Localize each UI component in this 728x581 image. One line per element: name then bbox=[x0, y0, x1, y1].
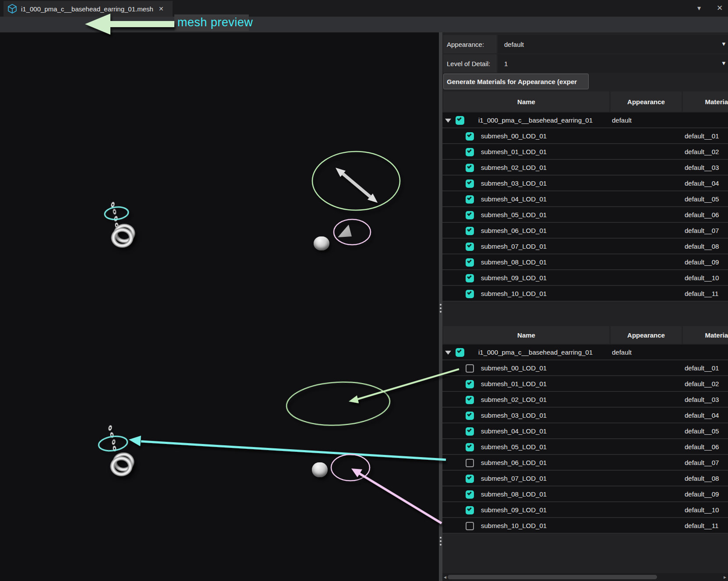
check-icon bbox=[467, 490, 472, 495]
submesh-visibility-checkbox[interactable] bbox=[466, 427, 474, 436]
chevron-down-icon[interactable]: ▾ bbox=[722, 40, 725, 48]
submesh-visibility-checkbox[interactable] bbox=[466, 180, 474, 188]
submesh-row[interactable]: submesh_10_LOD_01default__11 bbox=[442, 286, 728, 302]
submesh-material: default__06 bbox=[685, 211, 719, 218]
mesh-cube-icon bbox=[7, 4, 18, 14]
submesh-material: default__09 bbox=[685, 490, 719, 498]
column-header-materia[interactable]: Materia bbox=[683, 326, 728, 344]
expander-triangle-icon[interactable] bbox=[445, 119, 451, 123]
submesh-visibility-checkbox[interactable] bbox=[466, 475, 474, 483]
submesh-material: default__07 bbox=[685, 227, 719, 234]
chevron-down-icon[interactable]: ▾ bbox=[722, 59, 725, 67]
submesh-visibility-checkbox[interactable] bbox=[456, 348, 464, 357]
submesh-row[interactable]: submesh_03_LOD_01default__04 bbox=[442, 408, 728, 423]
submesh-row[interactable]: submesh_07_LOD_01default__08 bbox=[442, 471, 728, 486]
submesh-row[interactable]: submesh_06_LOD_01default__07 bbox=[442, 223, 728, 239]
column-header-name[interactable]: Name bbox=[443, 92, 609, 112]
submesh-visibility-checkbox[interactable] bbox=[466, 412, 474, 420]
table-header: NameAppearanceMateria bbox=[442, 326, 728, 345]
tab-close-icon[interactable]: ✕ bbox=[159, 5, 164, 12]
horizontal-scrollbar[interactable]: ◂ ▸ bbox=[442, 573, 728, 581]
submesh-material: default__04 bbox=[685, 412, 719, 419]
submesh-visibility-checkbox[interactable] bbox=[466, 195, 474, 204]
submesh-row[interactable]: submesh_02_LOD_01default__03 bbox=[442, 392, 728, 408]
submesh-name: submesh_00_LOD_01 bbox=[481, 364, 547, 372]
scroll-left-icon[interactable]: ◂ bbox=[444, 574, 446, 580]
submesh-name: submesh_10_LOD_01 bbox=[481, 290, 547, 297]
submesh-visibility-checkbox[interactable] bbox=[466, 506, 474, 514]
submesh-visibility-checkbox[interactable] bbox=[466, 459, 474, 467]
submesh-visibility-checkbox[interactable] bbox=[466, 490, 474, 499]
submesh-material: default__03 bbox=[685, 396, 719, 403]
submesh-visibility-checkbox[interactable] bbox=[466, 443, 474, 451]
lod-dropdown[interactable]: 1 ▾ bbox=[498, 54, 728, 73]
submesh-row[interactable]: submesh_07_LOD_01default__08 bbox=[442, 239, 728, 254]
submesh-row[interactable]: submesh_00_LOD_01default__01 bbox=[442, 128, 728, 144]
submesh-visibility-checkbox[interactable] bbox=[456, 116, 464, 125]
window-chevron-down-icon[interactable]: ▾ bbox=[697, 4, 701, 12]
column-header-appearance[interactable]: Appearance bbox=[611, 92, 682, 112]
submesh-row[interactable]: submesh_00_LOD_01default__01 bbox=[442, 360, 728, 376]
check-icon bbox=[467, 164, 472, 169]
submesh-visibility-checkbox[interactable] bbox=[466, 522, 474, 530]
submesh-name: submesh_03_LOD_01 bbox=[481, 412, 547, 419]
submesh-name: submesh_03_LOD_01 bbox=[481, 180, 547, 187]
column-header-name[interactable]: Name bbox=[443, 326, 609, 344]
submesh-visibility-checkbox[interactable] bbox=[466, 396, 474, 404]
submesh-visibility-checkbox[interactable] bbox=[466, 243, 474, 251]
submesh-visibility-checkbox[interactable] bbox=[466, 364, 474, 373]
submesh-visibility-checkbox[interactable] bbox=[466, 290, 474, 298]
submesh-material: default__04 bbox=[685, 180, 719, 187]
submesh-visibility-checkbox[interactable] bbox=[466, 132, 474, 141]
submesh-name: submesh_08_LOD_01 bbox=[481, 490, 547, 498]
column-header-materia[interactable]: Materia bbox=[683, 92, 728, 112]
submesh-visibility-checkbox[interactable] bbox=[466, 274, 474, 282]
submesh-row[interactable]: submesh_09_LOD_01default__10 bbox=[442, 270, 728, 286]
submesh-material: default__08 bbox=[685, 475, 719, 482]
expander-triangle-icon[interactable] bbox=[445, 351, 451, 355]
submesh-material: default__02 bbox=[685, 148, 719, 155]
submesh-row[interactable]: submesh_06_LOD_01default__07 bbox=[442, 455, 728, 471]
annotation-mesh-preview-label: mesh preview bbox=[177, 16, 253, 29]
submesh-visibility-checkbox[interactable] bbox=[466, 258, 474, 267]
submesh-visibility-checkbox[interactable] bbox=[466, 148, 474, 156]
earring-chain-link bbox=[111, 438, 117, 446]
scrollbar-thumb[interactable] bbox=[448, 575, 657, 579]
submesh-row[interactable]: submesh_04_LOD_01default__05 bbox=[442, 423, 728, 439]
mesh-root-name: i1_000_pma_c__basehead_earring_01 bbox=[478, 349, 593, 356]
submesh-row[interactable]: submesh_05_LOD_01default__06 bbox=[442, 439, 728, 455]
submesh-row[interactable]: submesh_08_LOD_01default__09 bbox=[442, 254, 728, 270]
earring-chain-link bbox=[110, 431, 114, 438]
appearance-label-cell: Appearance: bbox=[443, 35, 497, 53]
submesh-row[interactable]: submesh_01_LOD_01default__02 bbox=[442, 144, 728, 160]
document-tab[interactable]: i1_000_pma_c__basehead_earring_01.mesh ✕ bbox=[4, 1, 173, 17]
check-icon bbox=[457, 116, 462, 121]
submesh-row[interactable]: submesh_01_LOD_01default__02 bbox=[442, 376, 728, 392]
triangle-earring bbox=[338, 225, 352, 237]
check-icon bbox=[467, 132, 472, 137]
submesh-visibility-checkbox[interactable] bbox=[466, 164, 474, 172]
submesh-row[interactable]: submesh_04_LOD_01default__05 bbox=[442, 191, 728, 207]
submesh-visibility-checkbox[interactable] bbox=[466, 380, 474, 388]
submesh-row[interactable]: submesh_03_LOD_01default__04 bbox=[442, 176, 728, 191]
submesh-row[interactable]: submesh_02_LOD_01default__03 bbox=[442, 160, 728, 176]
submesh-visibility-checkbox[interactable] bbox=[466, 211, 474, 219]
submesh-table-top: NameAppearanceMateriai1_000_pma_c__baseh… bbox=[442, 92, 728, 302]
mesh-preview-viewport[interactable] bbox=[0, 32, 439, 581]
submesh-row[interactable]: submesh_05_LOD_01default__06 bbox=[442, 207, 728, 223]
submesh-row[interactable]: submesh_10_LOD_01default__11 bbox=[442, 518, 728, 534]
column-header-appearance[interactable]: Appearance bbox=[611, 326, 682, 344]
window-close-icon[interactable]: ✕ bbox=[717, 4, 723, 13]
menu-bar: CMesh Mesh Preview + ▾ bbox=[0, 17, 728, 32]
splitter-grip-dot bbox=[440, 537, 442, 539]
scroll-right-icon[interactable]: ▸ bbox=[724, 574, 726, 580]
generate-materials-button[interactable]: Generate Materials for Appearance (exper bbox=[443, 74, 589, 89]
submesh-row[interactable]: submesh_08_LOD_01default__09 bbox=[442, 486, 728, 502]
splitter-divider[interactable] bbox=[439, 32, 442, 581]
submesh-name: submesh_04_LOD_01 bbox=[481, 427, 547, 435]
mesh-root-row[interactable]: i1_000_pma_c__basehead_earring_01default bbox=[442, 345, 728, 360]
submesh-row[interactable]: submesh_09_LOD_01default__10 bbox=[442, 502, 728, 518]
submesh-visibility-checkbox[interactable] bbox=[466, 227, 474, 235]
mesh-root-row[interactable]: i1_000_pma_c__basehead_earring_01default bbox=[442, 113, 728, 128]
appearance-dropdown[interactable]: default ▾ bbox=[498, 35, 728, 53]
